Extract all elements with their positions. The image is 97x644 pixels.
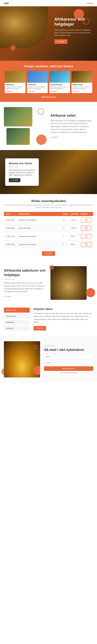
card-image-strand xyxy=(49,71,70,83)
offers-section: Afrika reseerbjudanden Lorem hendrerit p… xyxy=(0,194,97,261)
services-section: Wildlife Safari Gorilla Safari Fågelsafa… xyxy=(0,305,97,336)
col-price: FRÅN PRIS xyxy=(70,213,81,215)
newsletter-source: image fran Freepik xyxy=(44,345,93,347)
table-row: 12 SEP 2021 Njurum till Narwat 7 1 380 €… xyxy=(4,224,93,232)
card-price: 213,990 kr xyxy=(72,90,91,92)
safari-tours-section: Afrikanska safariturer och helgdagar ima… xyxy=(0,261,97,305)
safari-tours-content: Afrikanska safariturer och helgdagar ima… xyxy=(4,268,46,298)
services-content: Erbjuden tjänst Vår integritet handlar o… xyxy=(34,308,93,331)
card-title: Kilimanjaro xyxy=(6,84,24,86)
card-price: 125,990 kr xyxy=(6,90,24,92)
card-title: Wildlife Safari xyxy=(72,84,91,86)
hero-title: Afrikaresor och helgdagar xyxy=(54,17,93,27)
safari-content: Afrikansk safari Hälls savannerna och de… xyxy=(50,114,93,138)
row-date: 12 SEP 2021 xyxy=(6,227,18,229)
hero-cta-button[interactable]: LÄS MER xyxy=(54,39,68,44)
view-more-link[interactable]: REDIGERA TAGGAR xyxy=(41,96,56,98)
row-date: 12 SEP 2021 xyxy=(6,236,18,237)
header: logo Landning xyxy=(0,0,97,6)
mission-source: Bild fran Freepik xyxy=(9,166,35,168)
tab-kulturturer[interactable]: Kulturturer xyxy=(4,326,30,331)
card-description: Sample text. Click to select to editar t… xyxy=(72,86,91,90)
nav-landing[interactable]: Landning xyxy=(86,2,93,4)
row-days: 5 xyxy=(63,236,70,237)
card-image-kilimanjaro xyxy=(5,71,26,83)
cards-row: Kilimanjaro Sample text. Click to select… xyxy=(4,71,93,93)
safari-tours-images xyxy=(50,266,93,300)
safari-cta-link[interactable]: LÄS MER xyxy=(50,136,58,138)
row-days: 5 xyxy=(63,244,70,246)
table-row: 13 SEP 2021 Kapunem till Namuntland 5 56… xyxy=(4,240,93,249)
row-name: Njurum till Narwat xyxy=(18,227,63,229)
card-kilimanjaro[interactable]: Kilimanjaro Sample text. Click to select… xyxy=(5,71,26,93)
newsletter-image xyxy=(4,341,40,378)
newsletter-submit-button[interactable]: PRENUMERERA xyxy=(44,366,93,371)
safari-images xyxy=(4,107,46,145)
card-title: Kulturturer xyxy=(28,84,47,86)
row-action-button[interactable]: VISA PRIS xyxy=(81,218,91,222)
card-kulturturer[interactable]: Kulturturer Sample text. Click to select… xyxy=(27,71,48,93)
newsletter-name-input[interactable] xyxy=(44,354,93,359)
hero-description: Hälls savannerna och det tropiska och fä… xyxy=(54,29,93,37)
tab-wildlife-safari[interactable]: Wildlife Safari xyxy=(4,308,30,312)
offers-cta-wrap: LÄS MER xyxy=(4,251,93,256)
col-date: DATUM xyxy=(6,213,18,215)
table-row: 12 SEP 2021 Kapunem till Namuntland 5 93… xyxy=(4,232,93,240)
safari-tours-cta[interactable]: LÄS MER xyxy=(4,296,11,298)
card-strandsemester[interactable]: Strandsemester Sample text. Click to sel… xyxy=(49,71,70,93)
newsletter-privacy-link[interactable]: AVSLUTA PRENUMERATION xyxy=(60,372,77,374)
safari-description: Hälls savannerna och det tropiska och fä… xyxy=(50,119,93,134)
safari-tours-image xyxy=(50,266,87,300)
hero-content: Afrikaresor och helgdagar Hälls savanner… xyxy=(54,17,93,44)
row-name: Övandes till Namnbilletten xyxy=(18,219,63,221)
mission-card: Mission och Vision Bild fran Freepik Häl… xyxy=(5,158,39,186)
row-name: Kapunem till Namuntland xyxy=(18,244,63,246)
row-price: 936 € xyxy=(70,236,81,237)
row-days: 7 xyxy=(63,227,70,229)
offers-table: DATUM RESMÅL/NAMN DAGAR FRÅN PRIS BOKA N… xyxy=(4,212,93,249)
newsletter-email-input[interactable] xyxy=(44,360,93,365)
hero-section: Afrikaresor och helgdagar Hälls savanner… xyxy=(0,6,97,61)
african-safari-section: Afrikansk safari Hälls savannerna och de… xyxy=(0,102,97,150)
row-action-button[interactable]: VISA PRIS xyxy=(81,226,91,231)
newsletter-title: Gå med i vårt nyhetsbrev xyxy=(44,348,93,352)
row-action-button[interactable]: VISA PRIS xyxy=(81,234,91,239)
card-wildlife[interactable]: Wildlife Safari Sample text. Click to se… xyxy=(72,71,92,93)
newsletter-privacy: AVSLUTA PRENUMERATION xyxy=(44,372,93,374)
card-price: 213,990 kr xyxy=(50,90,69,92)
row-price: 569 € xyxy=(70,244,81,246)
card-description: Sample text. Click to select to editar t… xyxy=(6,86,24,90)
newsletter-section: image fran Freepik Gå med i vårt nyhetsb… xyxy=(0,336,97,383)
card-image-kulturturer xyxy=(27,71,48,83)
mission-title: Mission och Vision xyxy=(9,162,35,165)
card-description: Sample text. Click to select to editar t… xyxy=(50,86,69,90)
table-row: 18 SEP 2021 Övandes till Namnbilletten 1… xyxy=(4,216,93,224)
safari-tours-title: Afrikanska safariturer och helgdagar xyxy=(4,268,46,277)
mission-cta-button[interactable]: LÄS MER xyxy=(9,178,20,182)
safari-tours-image-inner xyxy=(50,266,87,300)
table-header: DATUM RESMÅL/NAMN DAGAR FRÅN PRIS BOKA N… xyxy=(4,212,93,216)
row-price: 1 380 € xyxy=(70,227,81,229)
card-image-wildlife xyxy=(72,71,92,83)
safari-circle-outline xyxy=(38,108,44,115)
tab-fagelsafari[interactable]: Fågelsafari xyxy=(4,320,30,325)
card-body-kilimanjaro: Kilimanjaro Sample text. Click to select… xyxy=(5,83,26,93)
safari-image-1 xyxy=(4,107,32,126)
card-body-strand: Strandsemester Sample text. Click to sel… xyxy=(49,83,70,93)
safari-title: Afrikansk safari xyxy=(50,114,93,118)
row-action-button[interactable]: VISA PRIS xyxy=(81,242,91,247)
card-body-kulturturer: Kulturturer Sample text. Click to select… xyxy=(27,83,48,93)
offers-title: Afrika reseerbjudanden xyxy=(4,199,93,203)
services-cta-button[interactable]: VISA NU xyxy=(34,326,46,330)
mission-description: Hälls savannerna och det tropiska och fä… xyxy=(9,169,35,176)
safari-tours-source: image fran Freepik xyxy=(4,279,46,280)
row-date: 13 SEP 2021 xyxy=(6,244,18,246)
safari-circle-orange xyxy=(36,134,46,145)
tab-gorilla-safari[interactable]: Gorilla Safari xyxy=(4,314,30,319)
services-tabs: Wildlife Safari Gorilla Safari Fågelsafa… xyxy=(4,308,30,331)
col-name: RESMÅL/NAMN xyxy=(18,213,63,215)
offers-cta-button[interactable]: LÄS MER xyxy=(42,251,55,256)
col-days: DAGAR xyxy=(63,213,70,215)
col-action: BOKA NU xyxy=(81,213,91,215)
card-title: Strandsemester xyxy=(50,84,69,86)
